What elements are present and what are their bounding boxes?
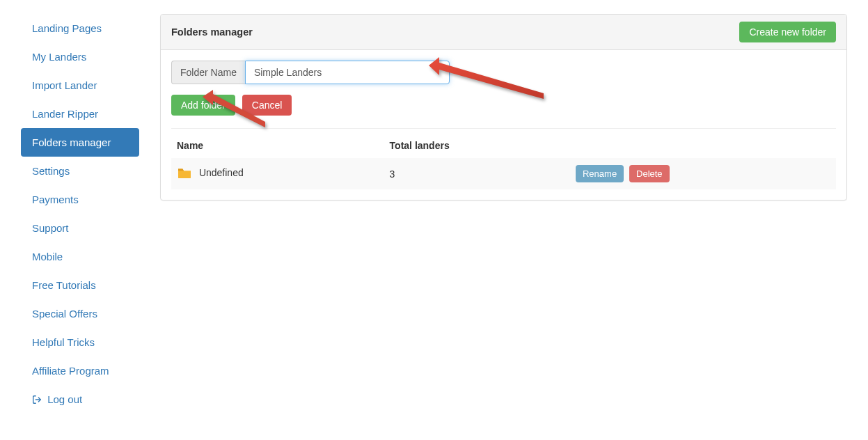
folder-name-group: Folder Name (171, 61, 450, 84)
delete-button[interactable]: Delete (629, 165, 670, 182)
sidebar-item-special-offers[interactable]: Special Offers (21, 299, 139, 328)
sidebar-item-label: My Landers (32, 51, 86, 63)
sidebar-item-import-lander[interactable]: Import Lander (21, 71, 139, 100)
sidebar-item-label: Mobile (32, 251, 63, 262)
sidebar-item-label: Folders manager (32, 136, 111, 148)
panel-body: Folder Name Add folder Cancel Name Total… (161, 50, 846, 200)
sidebar-item-my-landers[interactable]: My Landers (21, 42, 139, 71)
sidebar-item-affiliate-program[interactable]: Affiliate Program (21, 356, 139, 385)
sidebar-item-lander-ripper[interactable]: Lander Ripper (21, 100, 139, 128)
sidebar-item-label: Payments (32, 194, 79, 205)
col-total-header: Total landers (384, 133, 570, 158)
sidebar-item-mobile[interactable]: Mobile (21, 242, 139, 271)
sidebar-item-label: Support (32, 222, 69, 234)
folder-icon (177, 166, 192, 181)
sidebar-item-label: Log out (47, 393, 82, 405)
sidebar-item-label: Free Tutorials (32, 279, 96, 291)
folders-panel: Folders manager Create new folder Folder… (160, 14, 847, 201)
folder-name-cell: Undefined (199, 167, 244, 178)
col-name-header: Name (171, 133, 384, 158)
sidebar-item-label: Helpful Tricks (32, 336, 95, 348)
main-content: Folders manager Create new folder Folder… (160, 14, 847, 414)
col-actions-header (570, 133, 836, 158)
sidebar-item-settings[interactable]: Settings (21, 157, 139, 185)
sidebar-item-label: Lander Ripper (32, 108, 98, 120)
divider (171, 128, 836, 129)
panel-title: Folders manager (171, 26, 253, 38)
table-row: Undefined 3 Rename Delete (171, 158, 836, 189)
sidebar-item-label: Settings (32, 165, 70, 177)
rename-button[interactable]: Rename (576, 165, 624, 182)
sidebar-item-label: Affiliate Program (32, 365, 109, 377)
sidebar-item-payments[interactable]: Payments (21, 185, 139, 214)
logout-icon (32, 393, 45, 405)
sidebar-item-label: Landing Pages (32, 22, 102, 34)
sidebar-item-landing-pages[interactable]: Landing Pages (21, 14, 139, 42)
sidebar-item-support[interactable]: Support (21, 214, 139, 242)
sidebar-item-label: Special Offers (32, 308, 97, 320)
form-actions: Add folder Cancel (171, 95, 836, 116)
sidebar-item-free-tutorials[interactable]: Free Tutorials (21, 271, 139, 299)
folder-name-input[interactable] (245, 61, 450, 84)
folders-table: Name Total landers (171, 133, 836, 189)
folder-name-label: Folder Name (171, 61, 245, 84)
add-folder-button[interactable]: Add folder (171, 95, 235, 116)
folder-total-cell: 3 (384, 158, 570, 189)
sidebar-item-logout[interactable]: Log out (21, 385, 139, 414)
sidebar-item-label: Import Lander (32, 79, 97, 91)
sidebar: Landing Pages My Landers Import Lander L… (21, 14, 139, 414)
panel-header: Folders manager Create new folder (161, 15, 846, 50)
create-new-folder-button[interactable]: Create new folder (739, 22, 836, 42)
sidebar-item-folders-manager[interactable]: Folders manager (21, 128, 139, 157)
cancel-button[interactable]: Cancel (242, 95, 292, 116)
sidebar-item-helpful-tricks[interactable]: Helpful Tricks (21, 328, 139, 356)
